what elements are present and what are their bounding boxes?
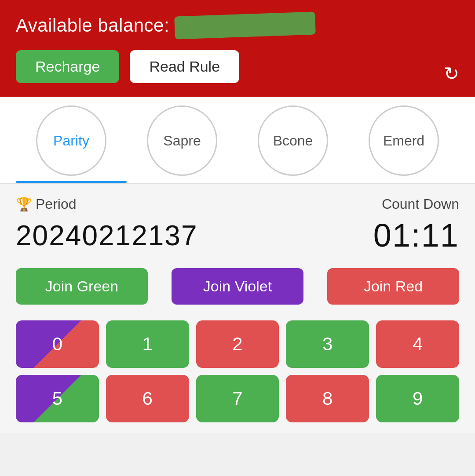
number-btn-0[interactable]: 0	[16, 320, 99, 368]
refresh-icon[interactable]: ↻	[444, 63, 459, 84]
tab-parity[interactable]: Parity	[16, 105, 127, 183]
number-btn-2[interactable]: 2	[196, 320, 279, 368]
countdown-label: Count Down	[382, 196, 459, 212]
number-grid: 0123456789	[16, 320, 459, 422]
tab-parity-circle: Parity	[36, 105, 106, 176]
number-btn-6[interactable]: 6	[106, 375, 189, 422]
tab-bcone-label: Bcone	[273, 133, 313, 149]
tab-emerd-label: Emerd	[383, 133, 424, 149]
balance-masked-value	[174, 11, 316, 39]
number-btn-1[interactable]: 1	[106, 320, 189, 368]
header: Available balance: Recharge Read Rule ↻	[0, 0, 475, 97]
number-btn-9[interactable]: 9	[376, 375, 459, 422]
tab-sapre-label: Sapre	[163, 133, 201, 149]
number-btn-8[interactable]: 8	[286, 375, 369, 422]
tabs-section: Parity Sapre Bcone Emerd	[0, 97, 475, 184]
tab-sapre[interactable]: Sapre	[127, 105, 238, 183]
tab-bcone-circle: Bcone	[258, 105, 328, 176]
trophy-icon: 🏆	[16, 196, 32, 212]
countdown-value: 01:11	[373, 217, 459, 254]
tab-bcone[interactable]: Bcone	[238, 105, 348, 183]
game-area: 🏆 Period Count Down 20240212137 01:11 Jo…	[0, 184, 475, 433]
period-label: 🏆 Period	[16, 196, 77, 212]
read-rule-button[interactable]: Read Rule	[130, 50, 239, 83]
period-countdown-header: 🏆 Period Count Down	[16, 196, 459, 212]
number-btn-4[interactable]: 4	[376, 320, 459, 368]
join-violet-button[interactable]: Join Violet	[172, 268, 303, 305]
number-btn-7[interactable]: 7	[196, 375, 279, 422]
tab-parity-underline	[16, 181, 127, 183]
tab-emerd-circle: Emerd	[369, 105, 439, 176]
number-btn-3[interactable]: 3	[286, 320, 369, 368]
tab-emerd[interactable]: Emerd	[348, 105, 459, 183]
join-green-button[interactable]: Join Green	[16, 268, 148, 305]
balance-row: Available balance:	[16, 14, 459, 37]
balance-label: Available balance:	[16, 15, 169, 36]
join-red-button[interactable]: Join Red	[327, 268, 459, 305]
join-buttons-row: Join Green Join Violet Join Red	[16, 268, 459, 305]
period-countdown-values: 20240212137 01:11	[16, 217, 459, 254]
number-btn-5[interactable]: 5	[16, 375, 99, 422]
tab-parity-label: Parity	[53, 133, 89, 149]
period-number: 20240212137	[16, 219, 198, 252]
period-label-text: Period	[36, 196, 77, 212]
recharge-button[interactable]: Recharge	[16, 50, 119, 83]
tab-sapre-circle: Sapre	[147, 105, 217, 176]
header-buttons: Recharge Read Rule	[16, 50, 459, 83]
